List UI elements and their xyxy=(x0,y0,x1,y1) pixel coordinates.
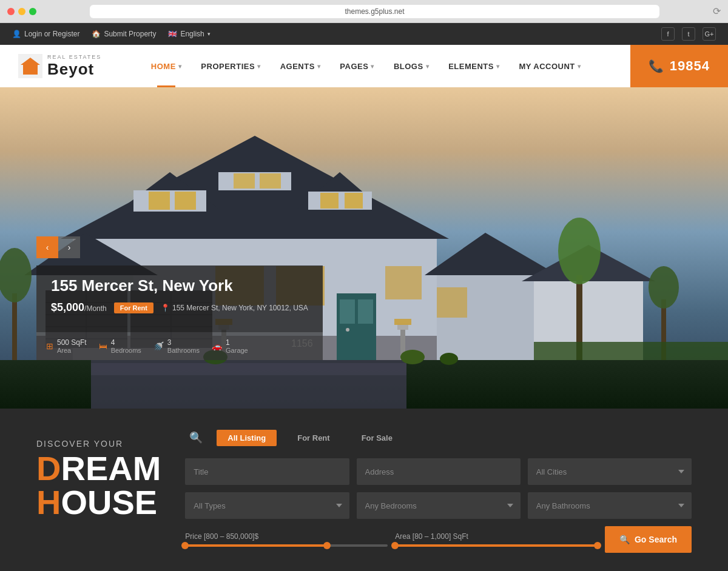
types-select[interactable]: All Types xyxy=(185,492,349,519)
feature-area: ⊞ 500 SqFt Area xyxy=(46,338,87,354)
chevron-down-icon: ▾ xyxy=(578,63,581,70)
language-selector[interactable]: 🇬🇧 English ▾ xyxy=(168,30,210,38)
maximize-button[interactable] xyxy=(29,8,36,15)
bed-icon: 🛏 xyxy=(99,341,107,351)
price-range-fill xyxy=(185,544,327,547)
dream-text: DISCOVER YOUR DREAM HOUSE xyxy=(36,427,161,519)
phone-icon: 📞 xyxy=(649,59,664,73)
property-address: 📍 155 Mercer St, New York, NY 10012, USA xyxy=(161,304,308,312)
title-input[interactable] xyxy=(185,458,349,485)
logo-text: Real Estates Beyot xyxy=(47,54,101,79)
minimize-button[interactable] xyxy=(18,8,25,15)
svg-rect-18 xyxy=(345,193,363,209)
garage-value: 1 xyxy=(226,338,248,347)
reload-icon[interactable]: ⟳ xyxy=(713,5,721,17)
bathrooms-select[interactable]: Any Bathrooms xyxy=(528,492,692,519)
search-row-1: All Cities xyxy=(185,458,692,485)
nav-properties[interactable]: PROPERTIES ▾ xyxy=(191,45,270,87)
twitter-icon[interactable]: t xyxy=(682,27,695,41)
address-input[interactable] xyxy=(357,458,521,485)
feature-bathrooms: 🚿 3 Bathrooms xyxy=(153,338,200,354)
next-slide-button[interactable]: › xyxy=(58,236,80,258)
price-range-thumb-min[interactable] xyxy=(181,542,189,549)
url-bar[interactable]: themes.g5plus.net xyxy=(90,5,659,18)
phone-block[interactable]: 📞 19854 xyxy=(630,45,728,87)
svg-rect-17 xyxy=(320,193,339,209)
logo-subtitle: Real Estates xyxy=(47,54,101,60)
home-icon: 🏠 xyxy=(92,30,101,38)
bedrooms-select[interactable]: Any Bedrooms xyxy=(357,492,521,519)
svg-rect-53 xyxy=(12,293,17,360)
for-rent-badge: For Rent xyxy=(114,302,153,313)
feature-garage: 🚗 1 Garage xyxy=(212,338,248,354)
logo[interactable]: Real Estates Beyot xyxy=(18,54,101,79)
dream-highlight: D xyxy=(36,449,61,487)
nav-pages[interactable]: PAGES ▾ xyxy=(330,45,384,87)
nav-blogs[interactable]: BLOGS ▾ xyxy=(384,45,439,87)
submit-link[interactable]: 🏠 Submit Property xyxy=(92,30,156,38)
logo-main: Beyot xyxy=(47,60,101,79)
facebook-icon[interactable]: f xyxy=(661,27,675,41)
search-btn-icon: 🔍 xyxy=(619,535,630,544)
search-tabs: 🔍 All Listing For Rent For Sale xyxy=(185,427,692,449)
area-range-label: Area [80 – 1,000] SqFt xyxy=(395,532,598,541)
chevron-down-icon: ▾ xyxy=(371,63,374,70)
bath-icon: 🚿 xyxy=(153,341,164,351)
browser-actions: ⟳ xyxy=(713,5,721,17)
discover-label: DISCOVER YOUR xyxy=(36,439,161,449)
bedrooms-value: 4 xyxy=(111,338,141,347)
googleplus-icon[interactable]: G+ xyxy=(703,27,716,41)
login-link[interactable]: 👤 Login or Register xyxy=(12,30,79,38)
svg-rect-1 xyxy=(28,67,33,75)
property-title: 155 Mercer St, New York xyxy=(51,276,308,295)
bathrooms-value: 3 xyxy=(167,338,200,347)
location-icon: 📍 xyxy=(161,304,170,312)
logo-icon xyxy=(18,54,42,78)
svg-rect-60 xyxy=(91,363,406,375)
house-word: HOUSE xyxy=(36,486,161,519)
area-icon: ⊞ xyxy=(46,341,53,351)
svg-rect-14 xyxy=(260,173,281,189)
nav-home[interactable]: HOME ▾ xyxy=(141,45,192,87)
area-range-thumb-max[interactable] xyxy=(594,542,601,549)
header: Real Estates Beyot HOME ▾ PROPERTIES ▾ A… xyxy=(0,45,728,87)
bathrooms-label: Bathrooms xyxy=(167,347,200,354)
property-info: 155 Mercer St, New York $5,000/Month For… xyxy=(36,265,323,332)
close-button[interactable] xyxy=(7,8,15,15)
price-range-thumb-max[interactable] xyxy=(323,542,331,549)
tab-for-sale[interactable]: For Sale xyxy=(351,430,403,446)
search-icon: 🔍 xyxy=(185,427,207,449)
dream-word: DREAM xyxy=(36,452,161,486)
area-range-group: Area [80 – 1,000] SqFt xyxy=(395,532,598,547)
go-search-button[interactable]: 🔍 Go Search xyxy=(605,526,692,553)
area-label: Area xyxy=(57,347,87,354)
area-range-track[interactable] xyxy=(395,544,598,547)
chevron-down-icon: ▾ xyxy=(426,63,430,70)
area-range-fill xyxy=(395,544,598,547)
slider-controls: ‹ › xyxy=(36,236,323,258)
tab-all-listing[interactable]: All Listing xyxy=(217,430,277,446)
search-row-2: All Types Any Bedrooms Any Bathrooms xyxy=(185,492,692,519)
svg-rect-45 xyxy=(385,266,422,299)
tab-for-rent[interactable]: For Rent xyxy=(286,430,340,446)
price-range-label: Price [800 – 850,000]$ xyxy=(185,532,388,541)
search-btn-label: Go Search xyxy=(635,535,677,544)
svg-point-44 xyxy=(346,328,349,332)
price-range-group: Price [800 – 850,000]$ xyxy=(185,532,388,547)
user-icon: 👤 xyxy=(12,30,21,38)
price-range-track[interactable] xyxy=(185,544,388,547)
cities-select[interactable]: All Cities xyxy=(528,458,692,485)
nav-account[interactable]: MY ACCOUNT ▾ xyxy=(509,45,590,87)
phone-number: 19854 xyxy=(670,58,710,74)
svg-point-56 xyxy=(558,218,601,284)
svg-rect-46 xyxy=(437,287,467,318)
prev-slide-button[interactable]: ‹ xyxy=(36,236,58,258)
house-highlight: H xyxy=(36,483,61,521)
nav-elements[interactable]: ELEMENTS ▾ xyxy=(439,45,509,87)
svg-rect-42 xyxy=(340,299,355,324)
main-nav: HOME ▾ PROPERTIES ▾ AGENTS ▾ PAGES ▾ BLO… xyxy=(141,45,590,87)
range-row: Price [800 – 850,000]$ Area [80 – 1,000]… xyxy=(185,526,692,553)
svg-rect-9 xyxy=(149,192,170,210)
area-range-thumb-min[interactable] xyxy=(391,542,399,549)
nav-agents[interactable]: AGENTS ▾ xyxy=(271,45,331,87)
